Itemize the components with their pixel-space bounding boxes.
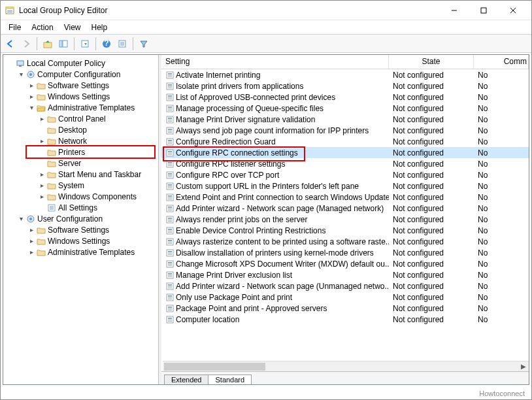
expand-icon[interactable]: ▸ [27,93,36,100]
list-row[interactable]: Always render print jobs on the serverNo… [161,214,529,225]
expand-icon[interactable]: ▸ [37,171,46,178]
list-row[interactable]: Disallow installation of printers using … [161,247,529,258]
setting-comment: No [474,148,529,158]
tree-item-printers[interactable]: Printers [3,146,158,158]
setting-state: Not configured [389,126,474,135]
expand-icon[interactable]: ▸ [27,248,36,256]
export-list-button[interactable] [78,37,92,51]
list-row[interactable]: List of Approved USB-connected print dev… [161,92,529,103]
close-button[interactable] [498,1,527,20]
up-button[interactable] [41,37,55,51]
tree-item-server[interactable]: Server [3,158,158,169]
show-hide-tree-button[interactable] [56,37,71,51]
menu-view[interactable]: View [59,22,86,33]
tree-item-winset[interactable]: ▸Windows Settings [3,91,158,102]
list-body[interactable]: Activate Internet printingNot configured… [161,69,529,371]
setting-state: Not configured [389,248,474,258]
tree-item-allset[interactable]: All Settings [3,202,158,213]
tree-item-root[interactable]: Local Computer Policy [3,58,158,69]
tab-standard[interactable]: Standard [208,375,252,384]
column-state[interactable]: State [389,55,474,69]
tree-item-admtmpl[interactable]: ▾Administrative Templates [3,102,158,113]
list-row[interactable]: Manage Print Driver exclusion listNot co… [161,269,529,280]
expand-icon[interactable]: ▸ [37,182,46,189]
list-row[interactable]: Manage Print Driver signature validation… [161,114,529,125]
list-row[interactable]: Only use Package Point and printNot conf… [161,292,529,303]
back-button[interactable] [3,37,18,51]
tree-item-label: Network [58,137,87,146]
list-row[interactable]: Configure RPC over TCP portNot configure… [161,169,529,180]
root-icon [15,59,25,68]
tree-item-label: Control Panel [58,114,106,124]
svg-rect-63 [168,165,172,166]
forward-button[interactable] [19,37,33,51]
filter-button[interactable] [137,37,151,51]
tree-item-softset[interactable]: ▸Software Settings [3,80,158,91]
expand-icon[interactable]: ▸ [27,82,36,89]
setting-state: Not configured [389,237,474,246]
tree-item-u_winset[interactable]: ▸Windows Settings [3,235,158,246]
list-row[interactable]: Activate Internet printingNot configured… [161,69,529,80]
expand-icon[interactable]: ▾ [16,215,25,222]
expand-icon[interactable]: ▾ [27,104,36,111]
svg-rect-50 [168,131,172,131]
tree-item-label: Start Menu and Taskbar [58,170,141,179]
tree-pane[interactable]: Local Computer Policy▾Computer Configura… [3,55,159,384]
tree-item-cp[interactable]: ▸Control Panel [3,113,158,124]
tab-extended[interactable]: Extended [164,375,208,384]
expand-icon[interactable]: ▸ [37,137,46,144]
tree-item-network[interactable]: ▸Network [3,135,158,146]
help-button[interactable]: ? [99,37,114,51]
menu-help[interactable]: Help [86,22,113,33]
tree-item-compcfg[interactable]: ▾Computer Configuration [3,69,158,80]
scroll-thumb[interactable] [164,363,265,371]
tree-item-u_admtmpl[interactable]: ▸Administrative Templates [3,246,158,258]
properties-button[interactable] [115,37,129,51]
expand-icon[interactable]: ▸ [37,193,46,200]
tree-item-wincomp[interactable]: ▸Windows Components [3,191,158,202]
list-row[interactable]: Change Microsoft XPS Document Writer (MX… [161,258,529,269]
column-comment[interactable]: Comm [474,55,529,69]
setting-name: Disallow installation of printers using … [176,248,374,258]
setting-comment: No [474,237,529,246]
list-row[interactable]: Configure Redirection GuardNot configure… [161,136,529,147]
svg-rect-94 [168,253,172,254]
tree-item-usercfg[interactable]: ▾User Configuration [3,213,158,224]
expand-icon[interactable]: ▾ [16,71,25,78]
setting-name: Manage processing of Queue-specific file… [176,104,324,113]
setting-name: Package Point and print - Approved serve… [176,304,327,313]
expand-icon[interactable]: ▸ [27,226,36,233]
list-row[interactable]: Add Printer wizard - Network scan page (… [161,203,529,214]
expand-icon[interactable]: ▸ [37,115,46,122]
list-row[interactable]: Manage processing of Queue-specific file… [161,103,529,114]
minimize-button[interactable] [439,1,469,20]
svg-rect-33 [168,84,172,86]
tree-item-desktop[interactable]: Desktop [3,124,158,135]
setting-comment: No [474,159,529,169]
list-row[interactable]: Add Printer wizard - Network scan page (… [161,280,529,292]
list-row[interactable]: Custom support URL in the Printers folde… [161,180,529,192]
svg-rect-39 [168,99,172,99]
list-row[interactable]: Configure RPC connection settingsNot con… [161,147,529,158]
list-row[interactable]: Extend Point and Print connection to sea… [161,192,529,203]
list-row[interactable]: Always rasterize content to be printed u… [161,236,529,247]
list-row[interactable]: Always send job page count information f… [161,125,529,136]
column-setting[interactable]: Setting [161,55,389,69]
scroll-right-arrow[interactable]: ▶ [518,361,529,371]
tree-item-label: Desktop [58,125,87,135]
list-row[interactable]: Enable Device Control Printing Restricti… [161,225,529,236]
h-scrollbar[interactable] [163,361,518,371]
menu-action[interactable]: Action [26,22,58,33]
tree-item-startmenu[interactable]: ▸Start Menu and Taskbar [3,169,158,180]
list-row[interactable]: Computer locationNot configuredNo [161,314,529,325]
tree-item-u_softset[interactable]: ▸Software Settings [3,224,158,235]
list-row[interactable]: Isolate print drivers from applicationsN… [161,80,529,92]
menu-file[interactable]: File [3,22,26,33]
expand-icon[interactable]: ▸ [27,237,36,244]
tree-item-label: Local Computer Policy [27,59,105,68]
maximize-button[interactable] [469,1,498,20]
list-row[interactable]: Configure RPC listener settingsNot confi… [161,158,529,169]
list-row[interactable]: Package Point and print - Approved serve… [161,303,529,314]
tree-item-system[interactable]: ▸System [3,180,158,191]
setting-name: Configure Redirection Guard [176,137,276,146]
